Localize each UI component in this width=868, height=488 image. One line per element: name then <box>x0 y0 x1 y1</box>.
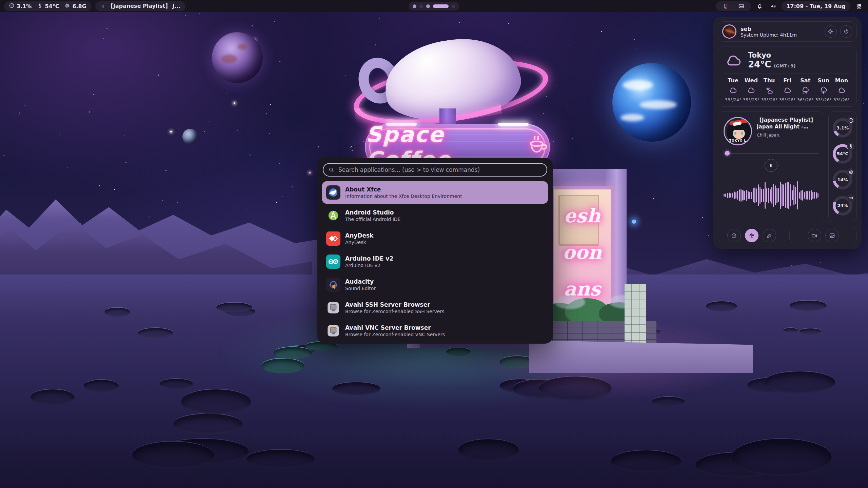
app-description: Arduino IDE v2 <box>345 262 393 268</box>
workspace-dot[interactable] <box>419 4 423 8</box>
app-icon <box>326 301 340 315</box>
app-name: About Xfce <box>345 186 462 193</box>
neon-cup-icon <box>527 135 549 160</box>
audio-visualizer <box>724 174 818 217</box>
workspace-indicator[interactable] <box>409 2 459 11</box>
earth <box>612 63 691 142</box>
pause-icon <box>100 4 105 9</box>
app-list-item[interactable]: About Xfce Information about the Xfce De… <box>322 181 548 204</box>
music-player-card: TOKYO L 【Japanese Playlist】 Japan All Ni… <box>718 111 824 222</box>
stat-icon <box>64 3 70 10</box>
power-profile-button[interactable] <box>763 229 776 242</box>
weather-card: Tokyo 24°C (GMT+9) Tue 33°/24° Wed <box>718 46 857 107</box>
forecast-day-label: Fri <box>783 77 791 84</box>
gauge-icon <box>847 117 854 124</box>
forecast-day-label: Sun <box>817 77 829 84</box>
forecast-temps: 33°/26° <box>833 97 850 102</box>
forecast-temps: 36°/26° <box>797 97 814 102</box>
app-description: Browse for Zeroconf-enabled SSH Servers <box>345 308 444 314</box>
app-icon <box>326 185 340 200</box>
system-gauges-card: 3.1% 54°C 14% 24% <box>828 111 857 222</box>
app-icon <box>326 231 340 246</box>
weather-cloud-icon <box>724 51 743 69</box>
forecast-day: Mon 33°/26° <box>833 77 850 102</box>
app-list-item[interactable]: Android Studio The official Android IDE <box>322 204 548 227</box>
forecast-day: Fri 35°/26° <box>778 77 796 102</box>
app-list-item[interactable]: Avahi VNC Server Browser Browse for Zero… <box>322 320 548 342</box>
app-list-item[interactable]: Avahi SSH Server Browser Browse for Zero… <box>322 297 548 319</box>
workspace-dot[interactable] <box>452 4 455 8</box>
search-input[interactable] <box>338 166 542 174</box>
forecast-day: Wed 35°/25° <box>742 77 760 102</box>
track-progress-bar[interactable] <box>724 151 818 156</box>
gauge-icon <box>847 143 854 150</box>
phone-icon[interactable] <box>721 1 731 11</box>
clock-pill[interactable]: 17:09 - Tue, 19 Aug <box>782 1 850 11</box>
user-name: seb <box>741 26 797 32</box>
forecast-day-label: Wed <box>745 77 758 84</box>
pause-button[interactable] <box>765 159 777 172</box>
app-list-item[interactable]: AnyDesk AnyDesk <box>322 227 548 250</box>
stat-icon <box>9 3 15 10</box>
weather-temp: 24°C <box>748 59 771 69</box>
wallpaper-icon[interactable] <box>736 1 746 11</box>
capture-icon <box>829 232 835 239</box>
tray-pill <box>716 1 751 11</box>
system-stats-pill: 3.1% 54°C 6.8G <box>4 1 91 11</box>
forecast-temps: 35°/26° <box>779 97 796 102</box>
app-description: AnyDesk <box>345 239 373 245</box>
notifications-bell-icon[interactable] <box>754 1 765 11</box>
forecast-day: Sun 33°/26° <box>815 77 832 102</box>
app-name: Arduino IDE v2 <box>345 255 393 262</box>
power-profile-button[interactable] <box>727 229 741 242</box>
system-stat: 3.1% <box>9 3 32 10</box>
capture-group <box>789 227 857 244</box>
sidewalk <box>529 340 753 373</box>
system-gauge: 3.1% <box>833 118 852 138</box>
search-bar[interactable] <box>323 163 547 177</box>
forecast-temps: 33°/26° <box>761 97 777 102</box>
forecast-temps: 33°/24° <box>725 97 742 102</box>
app-launcher: About Xfce Information about the Xfce De… <box>317 158 553 344</box>
workspace-dot[interactable] <box>426 4 430 8</box>
weather-city: Tokyo <box>748 51 796 59</box>
progress-knob[interactable] <box>725 151 730 156</box>
app-name: Android Studio <box>345 209 400 216</box>
forecast-day: Thu 33°/26° <box>761 77 778 102</box>
app-grid-icon[interactable] <box>854 1 864 11</box>
app-name: Audacity <box>345 278 376 285</box>
forecast-weather-icon <box>801 86 810 95</box>
app-icon <box>326 255 340 269</box>
app-list: About Xfce Information about the Xfce De… <box>317 179 553 344</box>
bright-star <box>632 220 636 224</box>
control-panel: seb System Uptime: 4h11m Tokyo 24°C (GMT… <box>713 17 862 249</box>
purple-planet <box>212 32 263 83</box>
power-profile-button[interactable] <box>745 229 758 242</box>
forecast-weather-icon <box>729 86 737 95</box>
capture-button[interactable] <box>808 229 821 242</box>
app-list-item[interactable]: Audacity Sound Editor <box>322 273 548 296</box>
app-description: Information about the Xfce Desktop Envir… <box>345 193 462 199</box>
settings-button[interactable] <box>825 25 837 38</box>
power-button[interactable] <box>840 25 852 38</box>
user-card: seb System Uptime: 4h11m <box>718 21 857 42</box>
app-description: Browse for Zeroconf-enabled VNC Servers <box>345 331 445 338</box>
clock: 17:09 - Tue, 19 Aug <box>786 3 846 9</box>
workspace-dot[interactable] <box>433 4 449 8</box>
system-gauge: 24% <box>833 196 852 216</box>
music-pill[interactable]: 【Japanese Playlist】 J... <box>95 1 185 11</box>
workspace-dot[interactable] <box>413 4 416 8</box>
power-profile-group <box>718 227 785 244</box>
weather-timezone: (GMT+9) <box>774 63 795 68</box>
forecast-day: Tue 33°/24° <box>724 77 742 102</box>
capture-button[interactable] <box>825 229 839 242</box>
window-neon-text: esh <box>554 204 611 227</box>
system-stat: 6.8G <box>64 3 86 10</box>
app-name: AnyDesk <box>345 232 373 239</box>
avatar <box>722 24 736 39</box>
forecast-weather-icon <box>819 86 828 95</box>
forecast-weather-icon <box>747 86 755 95</box>
volume-icon[interactable] <box>768 1 778 11</box>
app-list-item[interactable]: Arduino IDE v2 Arduino IDE v2 <box>322 250 548 273</box>
system-uptime: System Uptime: 4h11m <box>741 32 797 38</box>
